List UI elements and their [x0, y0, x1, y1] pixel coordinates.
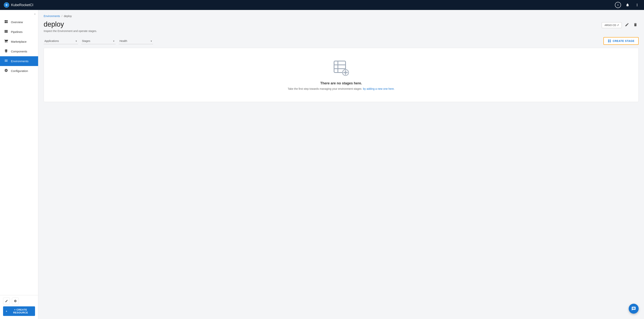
- sidebar-item-label-pipelines: Pipelines: [11, 30, 22, 33]
- chat-fab-button[interactable]: [629, 304, 639, 314]
- sidebar-item-environments[interactable]: Environments: [0, 56, 38, 66]
- delete-page-button[interactable]: [632, 21, 639, 29]
- svg-rect-7: [4, 31, 8, 31]
- argo-cd-label: ARGO CD ↗: [604, 24, 619, 26]
- sidebar-nav: Overview Pipelines Marketplace Component…: [0, 17, 38, 295]
- sidebar-item-label-components: Components: [11, 50, 27, 53]
- sidebar-item-label-environments: Environments: [11, 59, 28, 63]
- breadcrumb-separator: /: [62, 14, 62, 17]
- sidebar-bottom-icons: [3, 298, 35, 305]
- more-button[interactable]: [634, 2, 640, 8]
- sidebar-bottom: + + CREATE RESOURCE: [0, 295, 38, 319]
- create-stage-button[interactable]: CREATE STAGE: [604, 37, 639, 45]
- breadcrumb-current: deploy: [64, 14, 72, 17]
- empty-state-add-link[interactable]: by adding a new one here.: [363, 87, 394, 90]
- health-filter-wrapper: Health: [119, 38, 153, 44]
- svg-rect-11: [608, 41, 609, 42]
- svg-rect-10: [610, 40, 611, 40]
- empty-state-description: Take the first step towards managing you…: [288, 87, 394, 90]
- svg-rect-12: [610, 41, 611, 42]
- sidebar: ‹ Overview Pipelines Marketplace: [0, 10, 38, 319]
- svg-rect-9: [608, 40, 609, 40]
- health-filter[interactable]: Health: [119, 38, 153, 44]
- create-stage-label: CREATE STAGE: [612, 39, 634, 42]
- filters-row: Applications Stages Health CREATE STAGE: [44, 37, 639, 45]
- page-header: deploy: [44, 20, 97, 28]
- svg-rect-3: [6, 20, 8, 22]
- configuration-icon: [4, 68, 8, 73]
- notifications-button[interactable]: [624, 2, 630, 8]
- components-icon: [4, 49, 8, 54]
- sidebar-item-overview[interactable]: Overview: [0, 17, 38, 27]
- sidebar-collapse-button[interactable]: ‹: [33, 11, 36, 16]
- sidebar-item-components[interactable]: Components: [0, 46, 38, 56]
- empty-state-icon: [332, 59, 350, 77]
- environments-icon: [4, 59, 8, 63]
- empty-state-title: There are no stages here.: [320, 81, 362, 85]
- app-title: KubeRocketCI: [11, 3, 33, 7]
- applications-filter[interactable]: Applications: [44, 38, 78, 44]
- info-button[interactable]: i: [615, 2, 621, 8]
- sidebar-item-label-marketplace: Marketplace: [11, 40, 26, 43]
- marketplace-icon: [4, 39, 8, 44]
- topbar-actions: i: [615, 2, 640, 8]
- page-header-actions: ARGO CD ↗: [602, 21, 639, 29]
- create-resource-label: + CREATE RESOURCE: [9, 308, 32, 314]
- edit-icon-button[interactable]: [3, 298, 10, 305]
- svg-rect-4: [5, 22, 6, 23]
- breadcrumb: Environments / deploy: [44, 14, 97, 17]
- page-title: deploy: [44, 20, 64, 28]
- pipelines-icon: [4, 29, 8, 34]
- app-logo-icon: [4, 2, 9, 8]
- page-subtitle: Inspect the Environment and operate stag…: [44, 29, 97, 32]
- sidebar-item-configuration[interactable]: Configuration: [0, 66, 38, 76]
- breadcrumb-environments-link[interactable]: Environments: [44, 14, 60, 17]
- svg-rect-5: [6, 22, 8, 23]
- sidebar-item-marketplace[interactable]: Marketplace: [0, 37, 38, 46]
- topbar: KubeRocketCI i: [0, 0, 644, 10]
- svg-rect-8: [4, 32, 8, 32]
- main-content: Environments / deploy deploy Inspect the…: [38, 10, 644, 319]
- svg-rect-2: [5, 20, 6, 22]
- sidebar-item-label-configuration: Configuration: [11, 69, 28, 72]
- app-body: ‹ Overview Pipelines Marketplace: [0, 10, 644, 319]
- argo-cd-button[interactable]: ARGO CD ↗: [602, 22, 622, 28]
- overview-icon: [4, 20, 8, 24]
- sidebar-item-pipelines[interactable]: Pipelines: [0, 27, 38, 37]
- stages-filter[interactable]: Stages: [81, 38, 116, 44]
- empty-state-description-prefix: Take the first step towards managing you…: [288, 87, 362, 90]
- edit-page-button[interactable]: [624, 21, 630, 29]
- create-resource-button[interactable]: + + CREATE RESOURCE: [3, 306, 35, 316]
- applications-filter-wrapper: Applications: [44, 38, 78, 44]
- svg-rect-6: [4, 30, 8, 31]
- topbar-logo: KubeRocketCI: [4, 2, 615, 8]
- stages-filter-wrapper: Stages: [81, 38, 116, 44]
- svg-point-1: [6, 4, 7, 5]
- empty-state-card: There are no stages here. Take the first…: [44, 48, 639, 102]
- settings-icon-button[interactable]: [12, 298, 19, 305]
- create-resource-plus-icon: +: [6, 310, 7, 313]
- sidebar-item-label-overview: Overview: [11, 20, 23, 24]
